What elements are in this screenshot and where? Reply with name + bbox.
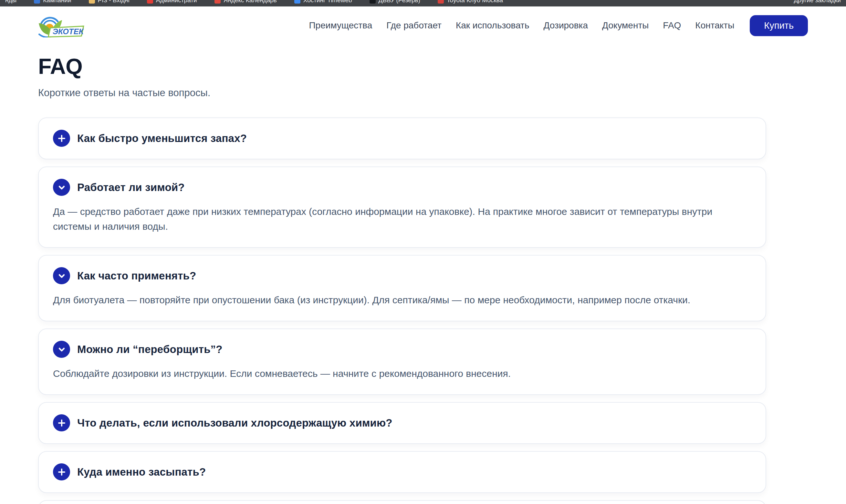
- faq-section: FAQ Короткие ответы на частые вопросы. К…: [0, 44, 846, 504]
- nav-link[interactable]: Контакты: [695, 20, 734, 31]
- chevron-down-icon[interactable]: [53, 341, 70, 358]
- bookmark-item[interactable]: ДВБУ (Резерв): [369, 0, 420, 4]
- plus-icon[interactable]: [53, 463, 70, 481]
- faq-item[interactable]: Куда именно засыпать?: [38, 451, 766, 493]
- faq-question: Что делать, если использовали хлорсодерж…: [77, 417, 393, 429]
- shield-icon: [34, 0, 40, 3]
- black-square-icon: [369, 0, 376, 3]
- bookmark-item[interactable]: Яндекс Календарь: [214, 0, 277, 4]
- faq-question-row[interactable]: Что делать, если использовали хлорсодерж…: [53, 414, 752, 431]
- bookmark-label: Яндекс Календарь: [224, 0, 277, 4]
- chevron-down-icon[interactable]: [53, 267, 70, 284]
- ecotek-logo-icon: ЭКОТЕК: [36, 14, 85, 37]
- faq-question: Работает ли зимой?: [77, 181, 185, 194]
- bookmark-label: РІЗ - Вхідні: [98, 0, 130, 4]
- faq-question-row[interactable]: Куда именно засыпать?: [53, 463, 752, 481]
- faq-question-row[interactable]: Работает ли зимой?: [53, 179, 752, 196]
- faq-answer: Соблюдайте дозировки из инструкции. Если…: [53, 366, 751, 382]
- bookmark-label: Администрати: [156, 0, 197, 4]
- calendar-icon: [214, 0, 221, 3]
- faq-item[interactable]: Что делать, если использовали хлорсодерж…: [38, 402, 766, 444]
- faq-question: Куда именно засыпать?: [77, 466, 206, 478]
- other-bookmarks-button[interactable]: Другие закладки: [794, 0, 841, 4]
- faq-item[interactable]: Работает ли зимой?Да — средство работает…: [38, 166, 766, 248]
- plus-icon[interactable]: [53, 414, 70, 431]
- bookmark-item[interactable]: Администрати: [147, 0, 197, 4]
- bookmarks-bar: ндыКампанииРІЗ - ВхідніАдминистратиЯндек…: [0, 0, 846, 6]
- nav-link[interactable]: Дозировка: [543, 20, 588, 31]
- bookmark-label: Toyota Клуб Москва: [447, 0, 503, 4]
- nav-link[interactable]: Как использовать: [456, 20, 530, 31]
- faq-list: Как быстро уменьшится запах?Работает ли …: [38, 118, 766, 504]
- site-header: ЭКОТЕК ПреимуществаГде работаетКак испол…: [0, 6, 846, 44]
- faq-question: Как быстро уменьшится запах?: [77, 132, 247, 145]
- bookmark-item[interactable]: Хостинг Timeweb: [294, 0, 352, 4]
- timeweb-icon: [294, 0, 300, 3]
- bookmark-label: нды: [5, 0, 16, 4]
- bookmarks-row: ндыКампанииРІЗ - ВхідніАдминистратиЯндек…: [0, 0, 846, 4]
- nav-link[interactable]: Преимущества: [309, 20, 372, 31]
- faq-answer: Да — средство работает даже при низких т…: [53, 204, 751, 235]
- bookmark-item[interactable]: Кампании: [34, 0, 71, 4]
- ecotek-logo[interactable]: ЭКОТЕК: [36, 14, 85, 37]
- page-title: FAQ: [38, 54, 808, 79]
- faq-question: Можно ли “переборщить”?: [77, 343, 223, 356]
- faq-question-row[interactable]: Можно ли “переборщить”?: [53, 341, 752, 358]
- faq-answer: Для биотуалета — повторяйте при опустоше…: [53, 293, 751, 309]
- buy-button[interactable]: Купить: [750, 15, 808, 36]
- main-nav: ПреимуществаГде работаетКак использовать…: [309, 20, 734, 31]
- faq-question-row[interactable]: Как часто применять?: [53, 267, 752, 284]
- bookmark-label: ДВБУ (Резерв): [379, 0, 420, 4]
- bookmark-label: Хостинг Timeweb: [303, 0, 352, 4]
- nav-link[interactable]: Где работает: [386, 20, 442, 31]
- bookmark-item[interactable]: нды: [5, 0, 16, 4]
- nav-link[interactable]: Документы: [602, 20, 649, 31]
- ecotek-logo-text: ЭКОТЕК: [53, 27, 84, 36]
- chevron-down-icon[interactable]: [53, 179, 70, 196]
- faq-question: Как часто применять?: [77, 270, 196, 282]
- youtube-icon: [147, 0, 153, 3]
- faq-question-row[interactable]: Как быстро уменьшится запах?: [53, 130, 752, 147]
- red-square-icon: [438, 0, 444, 3]
- faq-item[interactable]: Как часто применять?Для биотуалета — пов…: [38, 255, 766, 321]
- bookmark-label: Кампании: [43, 0, 71, 4]
- bookmark-item[interactable]: Toyota Клуб Москва: [438, 0, 503, 4]
- faq-item[interactable]: Подходит ли для выгребной бочки?: [38, 500, 766, 504]
- folder-icon: [89, 0, 95, 3]
- bookmark-item[interactable]: РІЗ - Вхідні: [89, 0, 130, 4]
- faq-item[interactable]: Как быстро уменьшится запах?: [38, 118, 766, 159]
- nav-link[interactable]: FAQ: [663, 20, 681, 31]
- faq-item[interactable]: Можно ли “переборщить”?Соблюдайте дозиро…: [38, 328, 766, 395]
- page-subtitle: Короткие ответы на частые вопросы.: [38, 87, 808, 99]
- plus-icon[interactable]: [53, 130, 70, 147]
